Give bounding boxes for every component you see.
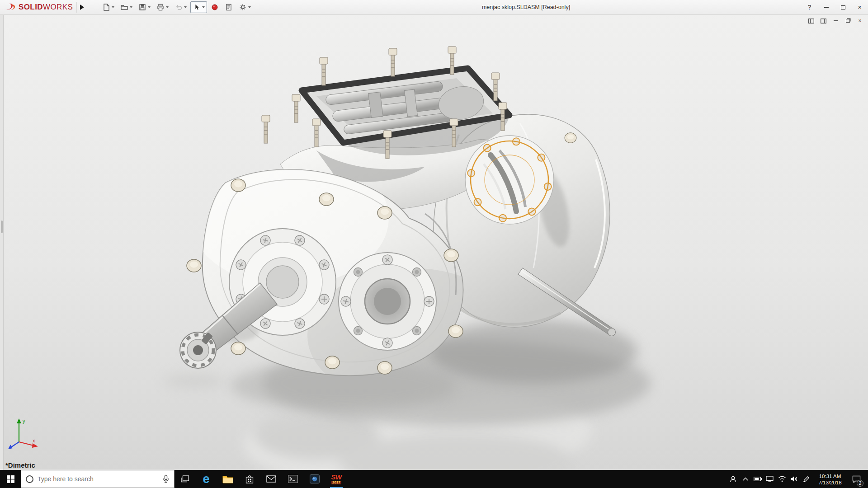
print-icon <box>156 3 165 11</box>
doc-minimize-button[interactable] <box>831 17 840 25</box>
file-properties-button[interactable] <box>222 1 235 13</box>
new-document-icon <box>102 3 110 11</box>
expand-arrow-icon <box>80 5 84 10</box>
dropdown-caret-icon <box>166 6 169 8</box>
folder-icon <box>222 475 233 483</box>
document-title: menjac sklop.SLDASM [Read-only] <box>482 4 570 10</box>
select-cursor-icon <box>193 3 201 11</box>
tray-expand-chevron-icon[interactable] <box>739 470 751 488</box>
dropdown-caret-icon <box>248 6 251 8</box>
3d-model-viewport[interactable] <box>0 15 868 470</box>
clock-time: 10:31 AM <box>812 473 848 479</box>
clock-date: 7/13/2018 <box>812 479 848 486</box>
window-controls: ? × <box>801 0 868 14</box>
pane-left-icon <box>808 19 814 23</box>
start-button[interactable] <box>0 470 21 488</box>
battery-icon[interactable] <box>751 470 764 488</box>
search-input[interactable] <box>38 475 158 483</box>
windows-taskbar: e SW 2017 <box>0 470 868 488</box>
feature-manager-splitter[interactable] <box>0 15 4 470</box>
dropdown-caret-icon <box>112 6 114 8</box>
taskbar-search[interactable] <box>21 470 175 488</box>
file-explorer-icon[interactable] <box>217 470 239 488</box>
minimize-icon <box>824 7 829 8</box>
options-gear-icon <box>239 3 247 11</box>
doc-close-button[interactable]: × <box>855 17 864 25</box>
document-window-controls: × <box>807 17 864 25</box>
doc-minimize-icon <box>834 20 838 21</box>
pinned-app-icon[interactable] <box>304 470 326 488</box>
select-tool-button[interactable] <box>190 1 207 13</box>
solidworks-window: SOLIDWORKS <box>0 0 868 488</box>
new-button[interactable] <box>100 1 117 13</box>
taskbar-clock[interactable]: 10:31 AM 7/13/2018 <box>812 473 848 486</box>
options-button[interactable] <box>236 1 253 13</box>
open-folder-icon <box>120 3 128 11</box>
undo-icon <box>175 3 183 11</box>
wifi-icon[interactable] <box>776 470 788 488</box>
network-icon[interactable] <box>764 470 776 488</box>
people-icon[interactable] <box>727 470 739 488</box>
minimize-button[interactable] <box>818 0 835 14</box>
open-button[interactable] <box>118 1 135 13</box>
graphics-area: × y x *Dimetric <box>0 15 868 470</box>
solidworks-app-icon[interactable]: SW 2017 <box>326 470 347 488</box>
solidworks-badge: SW 2017 <box>331 474 341 484</box>
tile-pane-right-button[interactable] <box>819 17 828 25</box>
help-button[interactable]: ? <box>801 0 818 14</box>
standard-toolbar <box>100 1 253 13</box>
save-floppy-icon <box>138 3 146 11</box>
doc-restore-icon <box>846 19 850 23</box>
cortana-icon <box>26 475 33 483</box>
print-button[interactable] <box>154 1 171 13</box>
title-bar: SOLIDWORKS <box>0 0 868 15</box>
triad-x-label: x <box>33 438 35 443</box>
mail-icon[interactable] <box>260 470 282 488</box>
brand-name: SOLIDWORKS <box>19 3 73 12</box>
command-prompt-icon[interactable] <box>282 470 304 488</box>
undo-button[interactable] <box>172 1 189 13</box>
close-button[interactable]: × <box>851 0 868 14</box>
rebuild-button[interactable] <box>208 1 221 13</box>
tile-pane-left-button[interactable] <box>807 17 816 25</box>
task-view-icon <box>180 475 189 483</box>
splitter-handle-icon <box>1 221 3 233</box>
edge-browser-icon[interactable]: e <box>195 470 217 488</box>
action-center-button[interactable]: 2 <box>848 470 865 488</box>
doc-restore-button[interactable] <box>843 17 852 25</box>
microphone-icon[interactable] <box>162 474 170 483</box>
dropdown-caret-icon <box>148 6 151 8</box>
task-view-button[interactable] <box>175 470 195 488</box>
orientation-triad: y x <box>6 416 42 453</box>
system-tray: 10:31 AM 7/13/2018 2 <box>727 470 868 488</box>
dropdown-caret-icon <box>202 6 205 8</box>
maximize-icon <box>841 5 845 9</box>
triad-y-label: y <box>23 418 25 424</box>
file-properties-icon <box>225 3 233 11</box>
save-button[interactable] <box>136 1 153 13</box>
maximize-button[interactable] <box>835 0 851 14</box>
pane-right-icon <box>821 19 826 23</box>
windows-logo-icon <box>7 475 14 483</box>
ds-logo-icon <box>5 3 16 11</box>
solidworks-logo: SOLIDWORKS <box>0 3 73 12</box>
rebuild-icon <box>211 3 219 11</box>
store-icon[interactable] <box>239 470 260 488</box>
pen-icon[interactable] <box>800 470 812 488</box>
notification-badge: 2 <box>857 480 863 487</box>
dropdown-caret-icon <box>184 6 187 8</box>
view-orientation-label: *Dimetric <box>5 461 35 469</box>
menu-expand-button[interactable] <box>76 2 87 13</box>
dropdown-caret-icon <box>130 6 132 8</box>
volume-icon[interactable] <box>788 470 800 488</box>
